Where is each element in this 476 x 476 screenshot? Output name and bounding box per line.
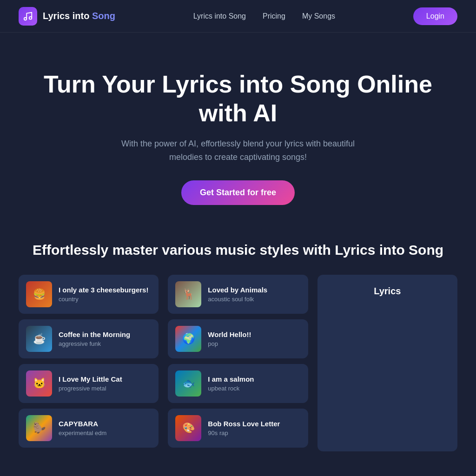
song-genre-capybara: experimental edm [59,430,151,436]
song-title-capybara: CAPYBARA [59,420,151,428]
song-genre-bob: 90s rap [208,430,300,436]
hero-title: Turn Your Lyrics into Song Online with A… [19,70,457,128]
song-thumb-world: 🌍 [175,326,201,352]
song-thumb-cat: 🐱 [26,370,52,397]
song-genre-world: pop [208,340,300,347]
lyrics-panel: Lyrics [317,275,457,451]
nav-link-home[interactable]: Lyrics into Song [193,12,246,20]
song-card-world[interactable]: 🌍 World Hello!! pop [168,319,308,358]
song-title-cat: I Love My Little Cat [59,375,151,383]
song-thumb-animals: 🦌 [175,281,201,307]
hero-subtitle: With the power of AI, effortlessly blend… [108,137,368,164]
song-title-animals: Loved by Animals [208,286,300,294]
logo-icon [19,7,37,26]
song-title-burgers: I only ate 3 cheeseburgers! [59,286,151,294]
nav-links: Lyrics into Song Pricing My Songs [193,12,335,20]
song-title-world: World Hello!! [208,331,300,338]
song-genre-coffee: aggressive funk [59,340,151,347]
song-card-salmon[interactable]: 🐟 I am a salmon upbeat rock [168,364,308,403]
navbar: Lyrics into Song Lyrics into Song Pricin… [0,0,476,33]
song-card-bob[interactable]: 🎨 Bob Ross Love Letter 90s rap [168,409,308,448]
song-genre-burgers: country [59,296,151,303]
song-list-left: 🍔 I only ate 3 cheeseburgers! country ☕ … [19,275,159,451]
styles-grid: 🍔 I only ate 3 cheeseburgers! country ☕ … [19,275,457,451]
svg-point-1 [29,16,32,19]
song-genre-animals: acoustic soul folk [208,296,300,303]
song-thumb-salmon: 🐟 [175,370,201,397]
cta-button[interactable]: Get Started for free [181,180,295,205]
nav-link-pricing[interactable]: Pricing [263,12,285,20]
song-card-cat[interactable]: 🐱 I Love My Little Cat progressive metal [19,364,159,403]
song-card-capybara[interactable]: 🦫 CAPYBARA experimental edm [19,409,159,448]
styles-section: Effortlessly master various music styles… [0,233,476,476]
song-card-coffee[interactable]: ☕ Coffee in the Morning aggressive funk [19,319,159,358]
song-card-animals[interactable]: 🦌 Loved by Animals acoustic soul folk [168,275,308,314]
song-thumb-burgers: 🍔 [26,281,52,307]
song-genre-cat: progressive metal [59,385,151,392]
logo[interactable]: Lyrics into Song [19,7,115,26]
song-thumb-capybara: 🦫 [26,415,52,441]
nav-link-my-songs[interactable]: My Songs [302,12,335,20]
styles-title: Effortlessly master various music styles… [19,242,457,258]
svg-point-0 [24,17,27,20]
song-title-bob: Bob Ross Love Letter [208,420,300,428]
song-title-coffee: Coffee in the Morning [59,331,151,338]
hero-section: Turn Your Lyrics into Song Online with A… [0,33,476,233]
login-button[interactable]: Login [413,7,457,25]
song-title-salmon: I am a salmon [208,375,300,383]
lyrics-panel-title: Lyrics [374,286,401,297]
song-card-burgers[interactable]: 🍔 I only ate 3 cheeseburgers! country [19,275,159,314]
song-genre-salmon: upbeat rock [208,385,300,392]
song-thumb-bob: 🎨 [175,415,201,441]
song-thumb-coffee: ☕ [26,326,52,352]
logo-text: Lyrics into Song [43,11,115,21]
song-list-center: 🦌 Loved by Animals acoustic soul folk 🌍 … [168,275,308,451]
